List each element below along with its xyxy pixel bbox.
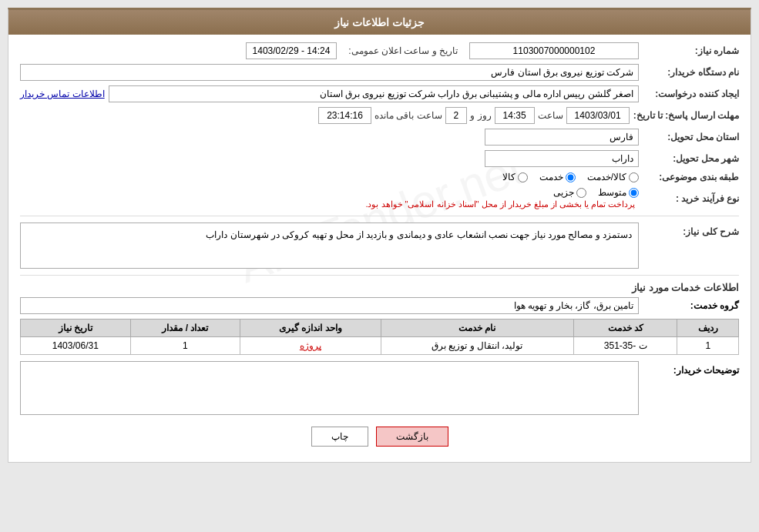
purchase-type-note: پرداخت تمام یا بخشی از مبلغ خریدار از مح… xyxy=(20,199,639,209)
category-kala[interactable]: کالا xyxy=(502,172,528,182)
creator-contact-link[interactable]: اطلاعات تماس خریدار xyxy=(20,89,105,99)
purchase-type-radio-group: متوسط جزیی xyxy=(20,187,639,198)
creator-row: ایجاد کننده درخواست: اصغر گلشن رییس ادار… xyxy=(20,85,739,102)
table-row: 1ت -35-351تولید، انتقال و توزیع برقپروژه… xyxy=(21,337,739,355)
announce-date-label: تاریخ و ساعت اعلان عمومی: xyxy=(348,45,458,56)
purchase-type-motavasset[interactable]: متوسط xyxy=(598,187,639,198)
category-kala-khedmat-radio[interactable] xyxy=(629,172,639,182)
deadline-date: 1403/03/01 xyxy=(566,107,630,124)
buyer-org-label: نام دستگاه خریدار: xyxy=(639,67,739,78)
purchase-type-jozi-label: جزیی xyxy=(553,187,574,198)
buyer-org-input[interactable] xyxy=(20,64,639,81)
purchase-type-jozi[interactable]: جزیی xyxy=(553,187,586,198)
category-kala-khedmat[interactable]: کالا/خدمت xyxy=(587,172,639,182)
comments-row: توضیحات خریدار: xyxy=(20,361,739,417)
province-row: استان محل تحویل: xyxy=(20,129,739,146)
col-quantity: تعداد / مقدار xyxy=(130,320,240,337)
button-row: بازگشت چاپ xyxy=(20,427,739,447)
col-row-num: ردیف xyxy=(677,320,739,337)
cell-service-name: تولید، انتقال و توزیع برق xyxy=(381,337,573,355)
need-number-row: شماره نیاز: تاریخ و ساعت اعلان عمومی: 14… xyxy=(20,42,739,59)
description-value: دستمزد و مصالح مورد نیاز جهت نصب انشعاب … xyxy=(20,223,639,269)
announce-date-value: 1403/02/29 - 14:24 xyxy=(246,42,338,59)
category-khedmat-radio[interactable] xyxy=(566,172,576,182)
deadline-row: مهلت ارسال پاسخ: تا تاریخ: 1403/03/01 سا… xyxy=(20,107,739,124)
comments-textarea[interactable] xyxy=(20,361,639,415)
cell-row-num: 1 xyxy=(677,337,739,355)
divider-1 xyxy=(20,216,739,216)
cell-date: 1403/06/31 xyxy=(21,337,131,355)
description-row: شرح کلی نیاز: دستمزد و مصالح مورد نیاز ج… xyxy=(20,223,739,269)
creator-label: ایجاد کننده درخواست: xyxy=(639,89,739,99)
print-button[interactable]: چاپ xyxy=(311,427,368,447)
cell-unit[interactable]: پروژه xyxy=(240,337,381,355)
purchase-type-jozi-radio[interactable] xyxy=(576,188,586,198)
service-group-label: گروه خدمت: xyxy=(639,300,739,311)
need-number-input[interactable] xyxy=(469,42,639,59)
city-row: شهر محل تحویل: xyxy=(20,150,739,167)
province-label: استان محل تحویل: xyxy=(639,132,739,142)
panel-title: جزئیات اطلاعات نیاز xyxy=(334,16,425,28)
col-service-name: نام خدمت xyxy=(381,320,573,337)
category-kala-khedmat-label: کالا/خدمت xyxy=(587,172,626,182)
category-row: طبقه بندی موضوعی: کالا/خدمت خدمت xyxy=(20,172,739,182)
deadline-days-label: روز و xyxy=(470,110,491,121)
creator-value: اصغر گلشن رییس اداره مالی و پشتیبانی برق… xyxy=(109,85,639,102)
city-label: شهر محل تحویل: xyxy=(639,153,739,164)
service-group-input[interactable] xyxy=(20,297,639,314)
city-input[interactable] xyxy=(485,150,639,167)
deadline-time: 14:35 xyxy=(495,107,535,124)
cell-service-code: ت -35-351 xyxy=(573,337,677,355)
cell-quantity: 1 xyxy=(130,337,240,355)
deadline-remaining: 23:14:16 xyxy=(318,107,371,124)
back-button[interactable]: بازگشت xyxy=(376,427,448,447)
services-table: ردیف کد خدمت نام خدمت واحد اندازه گیری ت… xyxy=(20,319,739,355)
panel-header: جزئیات اطلاعات نیاز xyxy=(8,10,751,35)
category-khedmat[interactable]: خدمت xyxy=(539,172,576,182)
category-khedmat-label: خدمت xyxy=(539,172,563,182)
col-service-code: کد خدمت xyxy=(573,320,677,337)
buyer-org-row: نام دستگاه خریدار: xyxy=(20,64,739,81)
category-kala-label: کالا xyxy=(502,172,516,182)
comments-label: توضیحات خریدار: xyxy=(639,361,739,376)
need-number-label: شماره نیاز: xyxy=(639,45,739,56)
category-label: طبقه بندی موضوعی: xyxy=(639,172,739,182)
deadline-time-label: ساعت xyxy=(538,110,563,121)
col-date: تاریخ نیاز xyxy=(21,320,131,337)
services-section-header: اطلاعات خدمات مورد نیاز xyxy=(20,282,739,293)
service-group-row: گروه خدمت: xyxy=(20,297,739,314)
category-radio-group: کالا/خدمت خدمت کالا xyxy=(20,172,639,182)
purchase-type-motavasset-label: متوسط xyxy=(598,187,626,198)
purchase-type-motavasset-radio[interactable] xyxy=(629,188,639,198)
province-input[interactable] xyxy=(485,129,639,146)
divider-2 xyxy=(20,275,739,276)
col-unit: واحد اندازه گیری xyxy=(240,320,381,337)
deadline-remaining-label: ساعت باقی مانده xyxy=(374,110,442,121)
category-kala-radio[interactable] xyxy=(518,172,528,182)
deadline-label: مهلت ارسال پاسخ: تا تاریخ: xyxy=(630,110,739,121)
deadline-days: 2 xyxy=(445,107,468,124)
purchase-type-label: نوع فرآیند خرید : xyxy=(639,193,739,204)
description-label: شرح کلی نیاز: xyxy=(639,223,739,237)
purchase-type-row: نوع فرآیند خرید : متوسط جزیی xyxy=(20,187,739,209)
